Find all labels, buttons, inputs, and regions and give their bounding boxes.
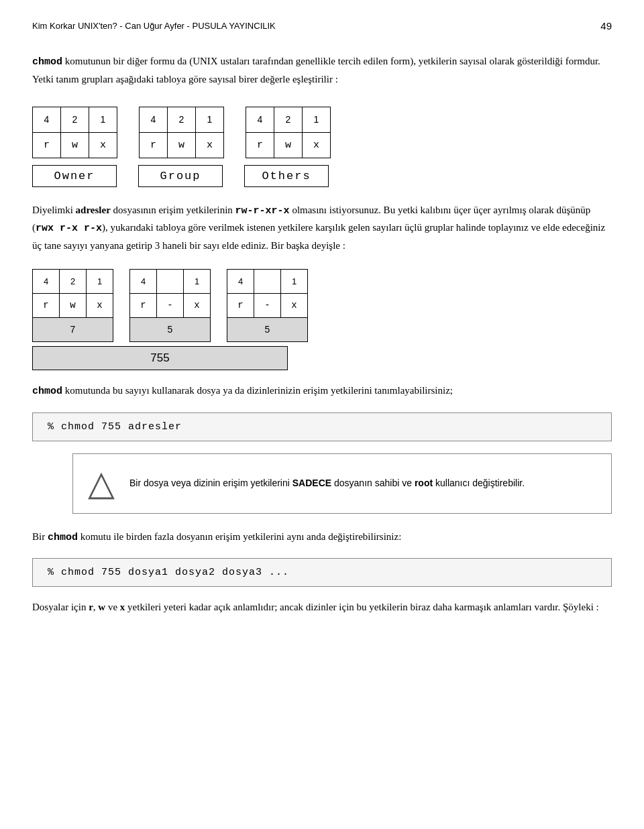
others-num-4: 4: [246, 107, 274, 132]
perm-labels-row: Owner Group Others: [32, 165, 612, 187]
header-title: Kim Korkar UNIX'ten? - Can Uğur Ayfer - …: [32, 21, 276, 31]
footer-part1: Dosyalar için: [32, 602, 89, 612]
code-block-2: % chmod 755 dosya1 dosya2 dosya3 ...: [32, 558, 612, 587]
t5a-n4: 4: [130, 269, 157, 293]
t5b-n2: [254, 269, 281, 293]
others-w: w: [274, 132, 303, 158]
warning-part2: dosyanın sahibi ve: [331, 478, 415, 488]
perm-tables-second-row: 4 2 1 r w x 7 4 1 r - x: [32, 269, 612, 342]
t7-w: w: [60, 293, 87, 317]
adresler-bold: adresler: [76, 205, 111, 215]
footer-part3: ve: [105, 602, 120, 612]
t5b-dash: -: [254, 293, 281, 317]
chmod-multi-paragraph: Bir chmod komutu ile birden fazla dosyan…: [32, 529, 612, 547]
page-number: 49: [600, 20, 612, 32]
owner-label: Owner: [32, 165, 117, 187]
chmod-keyword-2: chmod: [32, 386, 62, 397]
total-755-cell: 755: [33, 346, 288, 370]
t7-x: x: [87, 293, 113, 317]
total-755-container: 755: [32, 346, 612, 370]
t7-n2: 2: [60, 269, 87, 293]
t7-r: r: [33, 293, 60, 317]
middle-part2: dosyasının erişim yetkilerinin: [111, 205, 235, 215]
t5a-n1: 1: [184, 269, 211, 293]
t7-n1: 1: [87, 269, 113, 293]
owner-w: w: [61, 132, 89, 158]
middle-part1: Diyelimki: [32, 205, 76, 215]
chmod-keyword-3: chmod: [48, 532, 78, 543]
others-table: 4 2 1 r w x: [246, 107, 331, 158]
warning-text: Bir dosya veya dizinin erişim yetkilerin…: [129, 476, 525, 490]
others-num-2: 2: [274, 107, 303, 132]
page-header: Kim Korkar UNIX'ten? - Can Uğur Ayfer - …: [32, 20, 612, 32]
t5a-x: x: [184, 293, 211, 317]
chmod-paragraph: chmod komutunda bu sayıyı kullanarak dos…: [32, 382, 612, 400]
t5b-n1: 1: [281, 269, 308, 293]
group-r: r: [140, 132, 168, 158]
chmod-multi-part2: komutu ile birden fazla dosyanın erişim …: [78, 531, 401, 542]
chmod-keyword-1: chmod: [32, 56, 62, 68]
perm-5b-table: 4 1 r - x 5: [227, 269, 308, 342]
t5a-dash: -: [157, 293, 184, 317]
chmod-text-rest: komutunda bu sayıyı kullanarak dosya ya …: [62, 385, 453, 396]
t7-n4: 4: [33, 269, 60, 293]
others-table-group: 4 2 1 r w x: [246, 107, 331, 158]
footer-r: r: [89, 602, 93, 612]
group-w: w: [168, 132, 196, 158]
perm-code-2: rwx r-x r-x: [36, 223, 102, 234]
owner-r: r: [33, 132, 61, 158]
group-table: 4 2 1 r w x: [139, 107, 224, 158]
owner-x: x: [89, 132, 117, 158]
others-num-1: 1: [303, 107, 331, 132]
t7-sum: 7: [33, 317, 113, 341]
footer-w: w: [98, 602, 105, 612]
perm-5a-table: 4 1 r - x 5: [129, 269, 211, 342]
t5a-sum: 5: [130, 317, 211, 341]
group-label: Group: [138, 165, 223, 187]
others-x: x: [303, 132, 331, 158]
t5b-sum: 5: [227, 317, 308, 341]
others-label: Others: [244, 165, 329, 187]
t5a-n2: [157, 269, 184, 293]
t5b-x: x: [281, 293, 308, 317]
group-num-2: 2: [168, 107, 196, 132]
perm-code-1: rw-r-xr-x: [235, 205, 290, 217]
code-block-1: % chmod 755 adresler: [32, 412, 612, 441]
chmod-multi-part1: Bir: [32, 531, 48, 542]
t5b-n4: 4: [227, 269, 254, 293]
group-x: x: [196, 132, 224, 158]
warning-sadece: SADECE: [292, 478, 331, 488]
perm-5b-group: 4 1 r - x 5: [227, 269, 308, 342]
middle-part4: ), yukarıdaki tabloya göre verilmek iste…: [32, 222, 605, 251]
code-2-text: % chmod 755 dosya1 dosya2 dosya3 ...: [48, 567, 289, 578]
perm-7-table: 4 2 1 r w x 7: [32, 269, 113, 342]
others-r: r: [246, 132, 274, 158]
t5a-r: r: [130, 293, 157, 317]
perm-5a-group: 4 1 r - x 5: [129, 269, 211, 342]
warning-root: root: [415, 478, 433, 488]
perm-tables-first-row: 4 2 1 r w x 4 2 1 r w x: [32, 107, 612, 158]
group-num-1: 1: [196, 107, 224, 132]
owner-num-1: 1: [89, 107, 117, 132]
warning-box: △ Bir dosya veya dizinin erişim yetkiler…: [72, 453, 612, 514]
owner-table: 4 2 1 r w x: [32, 107, 117, 158]
group-table-group: 4 2 1 r w x: [139, 107, 224, 158]
group-num-4: 4: [140, 107, 168, 132]
perm-7-group: 4 2 1 r w x 7: [32, 269, 113, 342]
middle-paragraph: Diyelimki adresler dosyasının erişim yet…: [32, 202, 612, 254]
owner-num-4: 4: [33, 107, 61, 132]
intro-rest: komutunun bir diğer formu da (UNIX ustal…: [32, 56, 600, 85]
warning-part1: Bir dosya veya dizinin erişim yetkilerin…: [129, 478, 292, 488]
owner-num-2: 2: [61, 107, 89, 132]
total-row-table: 755: [32, 346, 288, 370]
t5b-r: r: [227, 293, 254, 317]
code-1-text: % chmod 755 adresler: [48, 421, 182, 433]
footer-part4: yetkileri yeteri kadar açık anlamlıdır; …: [125, 602, 598, 612]
intro-paragraph: chmod komutunun bir diğer formu da (UNIX…: [32, 53, 612, 88]
warning-part3: kullanıcı değiştirebilir.: [433, 478, 525, 488]
footer-paragraph: Dosyalar için r, w ve x yetkileri yeteri…: [32, 599, 612, 616]
warning-icon: △: [88, 466, 115, 501]
owner-table-group: 4 2 1 r w x: [32, 107, 117, 158]
